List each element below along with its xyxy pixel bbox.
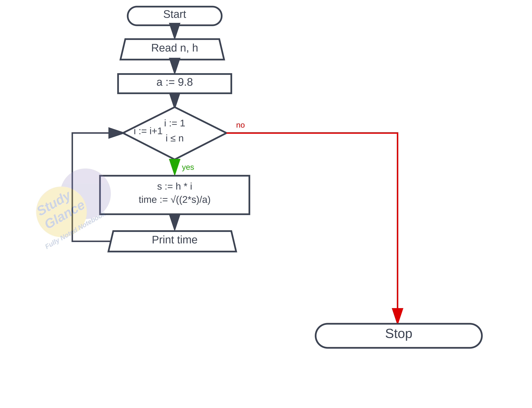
print-label: Print time [152, 234, 198, 246]
decision-init-label: i := 1 [164, 118, 185, 128]
assign-a-label: a := 9.8 [157, 76, 193, 88]
decision-cond-label: i ≤ n [166, 133, 184, 144]
no-label: no [236, 120, 245, 129]
compute-label-time: time := √((2*s)/a) [139, 194, 210, 205]
start-label: Start [163, 8, 186, 20]
flowchart-svg: Start Read n, h a := 9.8 i := 1 i ≤ n i … [0, 0, 532, 408]
decision-inc-label: i := i+1 [134, 126, 163, 136]
yes-label: yes [182, 163, 194, 171]
flowchart-container: StudyGlance Fully Noted Notebook Start R… [0, 0, 532, 408]
arrow-no [227, 133, 398, 323]
read-label: Read n, h [151, 42, 198, 54]
stop-label: Stop [385, 326, 412, 341]
compute-label-s: s := h * i [157, 181, 192, 192]
